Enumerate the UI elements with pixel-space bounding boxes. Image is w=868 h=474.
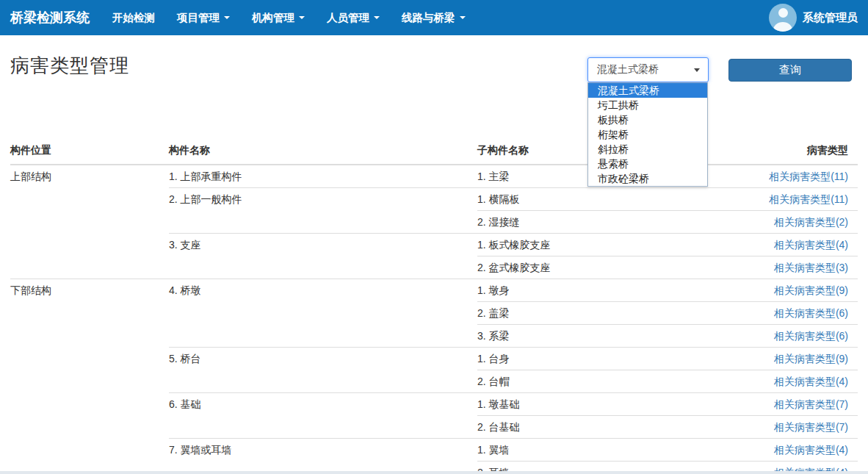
related-disease-link[interactable]: 相关病害类型(4) — [774, 239, 848, 251]
cell-subcomponent: 2. 台基础 — [477, 416, 712, 439]
header-component-name: 构件名称 — [169, 138, 477, 165]
related-disease-link[interactable]: 相关病害类型(9) — [774, 284, 848, 296]
page-title: 病害类型管理 — [10, 53, 129, 79]
table-header-row: 构件位置 构件名称 子构件名称 病害类型 — [10, 138, 858, 165]
chevron-down-icon — [224, 16, 230, 19]
cell-component: 6. 基础 — [169, 393, 477, 439]
chevron-down-icon — [299, 16, 305, 19]
related-disease-link[interactable]: 相关病害类型(2) — [774, 216, 848, 228]
query-button[interactable]: 查询 — [728, 59, 852, 82]
related-disease-link[interactable]: 相关病害类型(11) — [769, 193, 848, 205]
header-component-position: 构件位置 — [10, 138, 169, 165]
nav-item-label: 人员管理 — [327, 11, 369, 25]
dropdown-option-municipal-concrete-bridge[interactable]: 市政砼梁桥 — [588, 171, 707, 186]
dropdown-option-truss-bridge[interactable]: 桁架桥 — [588, 127, 707, 142]
related-disease-link[interactable]: 相关病害类型(6) — [774, 307, 848, 319]
dropdown-option-suspension-bridge[interactable]: 悬索桥 — [588, 157, 707, 171]
navbar: 桥梁检测系统 开始检测 项目管理 机构管理 人员管理 线路与桥梁 系统管理员 — [0, 0, 868, 35]
nav-item-label: 线路与桥梁 — [402, 11, 455, 25]
related-disease-link[interactable]: 相关病害类型(4) — [774, 444, 848, 456]
horizontal-scrollbar-track[interactable] — [0, 471, 868, 474]
user-menu[interactable]: 系统管理员 — [769, 0, 858, 35]
chevron-down-icon — [460, 16, 466, 19]
cell-subcomponent: 1. 墩基础 — [477, 393, 712, 416]
cell-component: 5. 桥台 — [169, 348, 477, 393]
cell-subcomponent: 1. 台身 — [477, 348, 712, 370]
related-disease-link[interactable]: 相关病害类型(9) — [774, 353, 848, 365]
dropdown-option-concrete-beam-bridge[interactable]: 混凝土式梁桥 — [588, 83, 707, 98]
table-row: 上部结构 1. 上部承重构件 1. 主梁 相关病害类型(11) — [10, 165, 858, 188]
cell-position: 上部结构 — [10, 165, 169, 279]
nav-item-label: 开始检测 — [112, 11, 155, 25]
related-disease-link[interactable]: 相关病害类型(7) — [774, 421, 848, 433]
cell-subcomponent: 2. 台帽 — [477, 370, 712, 393]
nav-item-start-inspection[interactable]: 开始检测 — [101, 11, 166, 25]
table-row: 下部结构 4. 桥墩 1. 墩身 相关病害类型(9) — [10, 279, 858, 302]
cell-subcomponent: 1. 板式橡胶支座 — [477, 234, 712, 256]
app-brand[interactable]: 桥梁检测系统 — [10, 9, 90, 26]
user-name: 系统管理员 — [803, 11, 858, 25]
related-disease-link[interactable]: 相关病害类型(6) — [774, 330, 848, 342]
dropdown-option-cable-stayed-bridge[interactable]: 斜拉桥 — [588, 142, 707, 157]
cell-subcomponent: 2. 盆式橡胶支座 — [477, 256, 712, 279]
nav-item-label: 项目管理 — [177, 11, 220, 25]
nav-item-personnel-management[interactable]: 人员管理 — [316, 11, 391, 25]
bridge-type-select[interactable]: 混凝土式梁桥 — [587, 57, 709, 82]
related-disease-link[interactable]: 相关病害类型(7) — [774, 398, 848, 410]
nav-item-organization-management[interactable]: 机构管理 — [241, 11, 316, 25]
nav-item-routes-and-bridges[interactable]: 线路与桥梁 — [391, 11, 477, 25]
cell-subcomponent: 1. 翼墙 — [477, 439, 712, 462]
dropdown-option-slab-arch-bridge[interactable]: 板拱桥 — [588, 112, 707, 127]
select-caret-icon — [694, 68, 700, 72]
user-avatar-icon — [769, 4, 797, 32]
cell-position: 下部结构 — [10, 279, 169, 474]
cell-subcomponent: 3. 系梁 — [477, 325, 712, 348]
related-disease-link[interactable]: 相关病害类型(3) — [774, 262, 848, 273]
cell-component: 7. 翼墙或耳墙 — [169, 439, 477, 474]
cell-subcomponent: 1. 横隔板 — [477, 188, 712, 211]
related-disease-link[interactable]: 相关病害类型(4) — [774, 376, 848, 387]
bridge-type-dropdown: 混凝土式梁桥 圬工拱桥 板拱桥 桁架桥 斜拉桥 悬索桥 市政砼梁桥 — [587, 82, 708, 187]
cell-subcomponent: 1. 墩身 — [477, 279, 712, 302]
cell-component: 2. 上部一般构件 — [169, 188, 477, 234]
cell-subcomponent: 2. 湿接缝 — [477, 211, 712, 234]
dropdown-option-masonry-arch-bridge[interactable]: 圬工拱桥 — [588, 98, 707, 112]
select-value: 混凝土式梁桥 — [597, 63, 659, 76]
nav-item-project-management[interactable]: 项目管理 — [166, 11, 241, 25]
cell-component: 3. 支座 — [169, 234, 477, 279]
header-disease-type: 病害类型 — [712, 138, 858, 165]
main-nav: 开始检测 项目管理 机构管理 人员管理 线路与桥梁 — [101, 0, 477, 35]
nav-item-label: 机构管理 — [252, 11, 294, 25]
disease-type-table: 构件位置 构件名称 子构件名称 病害类型 上部结构 1. 上部承重构件 1. 主… — [10, 138, 858, 474]
related-disease-link[interactable]: 相关病害类型(11) — [769, 170, 848, 182]
cell-subcomponent: 2. 盖梁 — [477, 302, 712, 325]
cell-component: 4. 桥墩 — [169, 279, 477, 348]
chevron-down-icon — [374, 16, 380, 19]
cell-component: 1. 上部承重构件 — [169, 165, 477, 188]
